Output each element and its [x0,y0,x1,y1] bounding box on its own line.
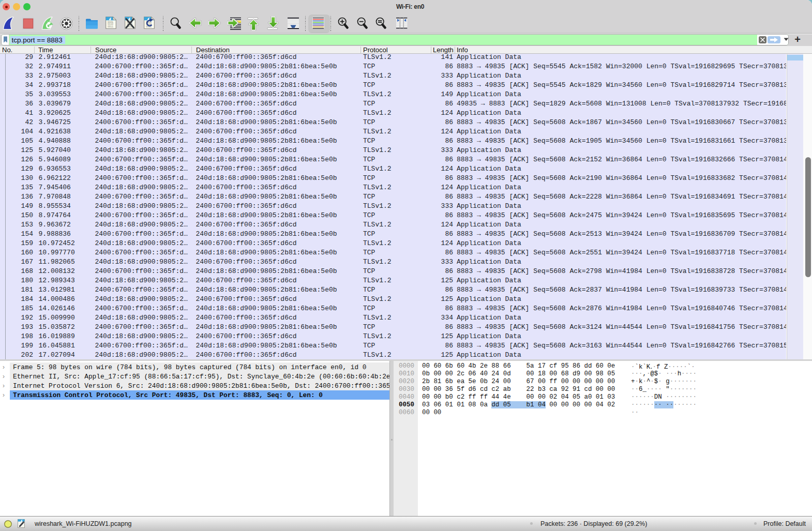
svg-text:0011: 0011 [108,25,113,28]
